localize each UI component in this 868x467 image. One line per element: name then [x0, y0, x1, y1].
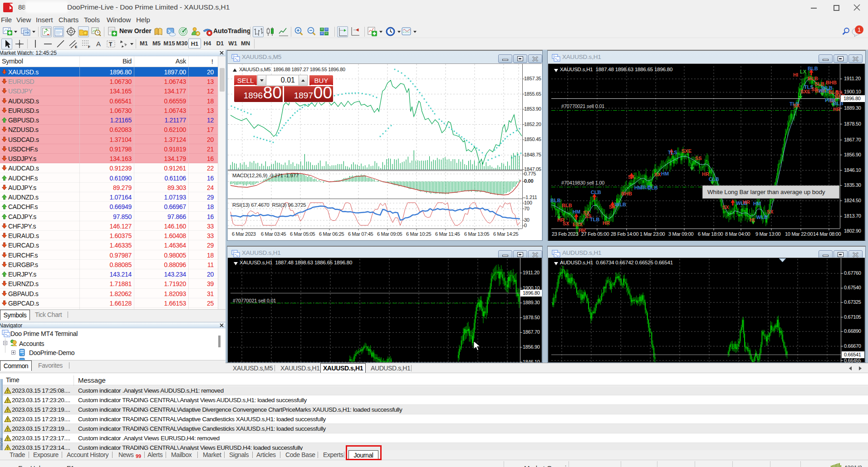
svg-text:CLB: CLB — [591, 190, 601, 195]
svg-text:ESX: ESX — [573, 222, 583, 227]
svg-text:SX: SX — [583, 210, 590, 215]
svg-text:BLB: BLB — [808, 66, 818, 71]
svg-text:TLB: TLB — [590, 217, 599, 222]
svg-text:LX: LX — [800, 69, 807, 74]
svg-text:CLB: CLB — [709, 176, 719, 182]
svg-text:BLB: BLB — [562, 203, 572, 208]
svg-text:HR: HR — [557, 217, 564, 223]
svg-text:HR: HR — [603, 220, 610, 226]
svg-text:SX: SX — [628, 174, 635, 180]
svg-text:TLS: TLS — [668, 150, 677, 155]
svg-text:F: F — [88, 45, 90, 49]
svg-text:HR: HR — [743, 199, 750, 205]
svg-text:BLB: BLB — [550, 198, 561, 203]
svg-text:BLB: BLB — [808, 76, 818, 81]
svg-text:SXE: SXE — [682, 148, 691, 154]
svg-text:SS: SS — [695, 156, 702, 161]
svg-text:WLB: WLB — [615, 202, 626, 207]
svg-text:SX: SX — [722, 204, 729, 210]
svg-text:HR: HR — [833, 107, 840, 112]
svg-text:E: E — [75, 45, 78, 49]
svg-text:SX: SX — [767, 209, 774, 214]
svg-text:HM: HM — [753, 201, 761, 206]
svg-text:HI: HI — [793, 72, 798, 78]
svg-text:HR: HR — [702, 171, 709, 177]
svg-text:SX: SX — [654, 172, 661, 177]
svg-text:SX: SX — [793, 103, 800, 108]
svg-text:HM: HM — [661, 171, 669, 176]
svg-text:WLB: WLB — [756, 214, 768, 220]
svg-text:HI: HI — [750, 217, 755, 223]
svg-text:CLB: CLB — [647, 185, 658, 190]
svg-text:BHB: BHB — [826, 80, 837, 85]
svg-text:HM: HM — [573, 209, 580, 214]
svg-text:A: A — [96, 40, 101, 48]
svg-text:BHB: BHB — [621, 191, 632, 196]
svg-text:T: T — [109, 41, 113, 48]
